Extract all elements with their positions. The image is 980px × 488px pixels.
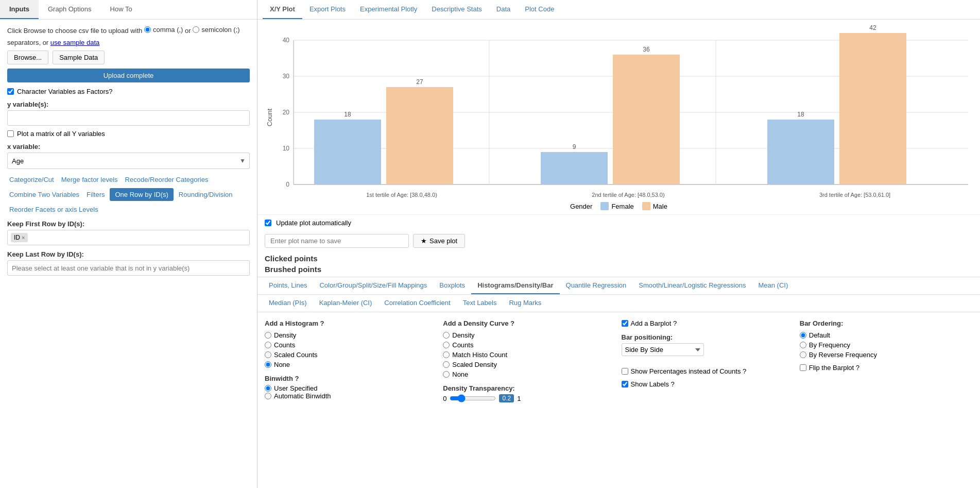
density-none-radio[interactable]	[443, 371, 450, 378]
combine-two-variables-link[interactable]: Combine Two Variables	[7, 189, 81, 200]
bar-g2-male	[613, 55, 680, 184]
keep-first-tag-close[interactable]: ×	[22, 234, 25, 241]
histo-scaled-radio[interactable]	[265, 351, 271, 358]
reorder-facets-link[interactable]: Reorder Facets or axis Levels	[7, 204, 100, 215]
show-pct-label[interactable]: Show Percentages instead of Counts ?	[622, 367, 795, 375]
tab-descriptive-stats[interactable]: Descriptive Stats	[424, 0, 489, 19]
browse-button[interactable]: Browse...	[7, 51, 48, 64]
separator-comma-radio[interactable]	[144, 26, 151, 33]
bar-g3-female	[767, 120, 834, 184]
legend-female-label: Female	[611, 203, 633, 210]
density-scaled-opt[interactable]: Scaled Density	[443, 361, 616, 368]
tab-xy-plot[interactable]: X/Y Plot	[263, 0, 302, 19]
svg-text:30: 30	[283, 73, 290, 80]
density-scaled-radio[interactable]	[443, 361, 450, 368]
density-transparency-value: 0.2	[499, 394, 514, 402]
y-variable-input[interactable]	[7, 110, 250, 126]
upload-complete-bar: Upload complete	[7, 69, 250, 82]
histo-none-opt[interactable]: None	[265, 361, 438, 368]
tab-graph-options[interactable]: Graph Options	[39, 0, 101, 19]
density-match-opt[interactable]: Match Histo Count	[443, 351, 616, 359]
use-sample-data-link[interactable]: use sample data	[50, 39, 99, 46]
sample-data-button[interactable]: Sample Data	[53, 51, 105, 64]
binwidth-auto-opt[interactable]: Automatic Binwidth	[265, 392, 438, 400]
tab-inputs[interactable]: Inputs	[0, 0, 39, 19]
histo-counts-radio[interactable]	[265, 342, 271, 348]
tab-text-labels[interactable]: Text Labels	[457, 295, 503, 312]
recode-reorder-link[interactable]: Recode/Reorder Categories	[123, 174, 211, 185]
tab-histograms[interactable]: Histograms/Density/Bar	[471, 277, 559, 294]
bar-order-freq-opt[interactable]: By Frequency	[800, 341, 973, 349]
histo-density-opt[interactable]: Density	[265, 331, 438, 339]
density-match-radio[interactable]	[443, 351, 450, 358]
show-pct-checkbox[interactable]	[622, 368, 628, 375]
tab-quantile-regression[interactable]: Quantile Regression	[560, 277, 633, 294]
density-transparency-slider[interactable]	[450, 394, 496, 402]
binwidth-user-opt[interactable]: User Specified	[265, 384, 438, 392]
tab-points-lines[interactable]: Points, Lines	[263, 277, 313, 294]
merge-factor-levels-link[interactable]: Merge factor levels	[59, 174, 120, 185]
show-labels-checkbox[interactable]	[622, 381, 628, 388]
show-labels-label[interactable]: Show Labels ?	[622, 380, 795, 388]
flip-barplot-checkbox[interactable]	[800, 364, 806, 371]
save-plot-input[interactable]	[265, 234, 409, 248]
flip-barplot-label[interactable]: Flip the Barplot ?	[800, 364, 973, 372]
tab-smooth-regressions[interactable]: Smooth/Linear/Logistic Regressions	[632, 277, 752, 294]
histo-counts-opt[interactable]: Counts	[265, 341, 438, 349]
x-variable-select[interactable]: Age	[7, 153, 250, 169]
tab-how-to[interactable]: How To	[101, 0, 142, 19]
tab-boxplots[interactable]: Boxplots	[433, 277, 471, 294]
bar-order-rev-freq-radio[interactable]	[800, 351, 806, 358]
svg-text:2nd tertile of Age: [48.0,53.0: 2nd tertile of Age: [48.0,53.0)	[592, 192, 664, 198]
binwidth-auto-radio[interactable]	[265, 393, 271, 399]
separator-comma-label[interactable]: comma (,)	[144, 26, 183, 33]
bar-order-rev-freq-opt[interactable]: By Reverse Frequency	[800, 351, 973, 359]
tab-export-plots[interactable]: Export Plots	[302, 0, 353, 19]
bar-order-freq-radio[interactable]	[800, 342, 806, 348]
density-none-opt[interactable]: None	[443, 371, 616, 378]
density-counts-radio[interactable]	[443, 342, 450, 348]
histo-none-radio[interactable]	[265, 361, 271, 368]
plot-tab-bar: X/Y Plot Export Plots Experimental Plotl…	[257, 0, 980, 20]
tab-median-pis[interactable]: Median (PIs)	[263, 295, 313, 312]
density-col: Add a Density Curve ? Density Counts Mat…	[443, 319, 616, 402]
rounding-division-link[interactable]: Rounding/Division	[177, 189, 235, 200]
plot-matrix-checkbox[interactable]	[7, 130, 14, 137]
svg-text:40: 40	[283, 37, 290, 44]
legend-gender-label: Gender	[570, 203, 592, 210]
separator-semicolon-label[interactable]: semicolon (;)	[193, 26, 239, 33]
add-barplot-checkbox[interactable]	[622, 320, 628, 327]
plot-matrix-row: Plot a matrix of all Y variables	[7, 130, 250, 138]
tab-plot-code[interactable]: Plot Code	[518, 0, 561, 19]
filters-link[interactable]: Filters	[84, 189, 107, 200]
bar-g3-male	[839, 33, 906, 184]
bar-order-default-radio[interactable]	[800, 332, 806, 339]
density-density-opt[interactable]: Density	[443, 331, 616, 339]
tab-color-group[interactable]: Color/Group/Split/Size/Fill Mappings	[313, 277, 433, 294]
tab-mean-ci[interactable]: Mean (CI)	[752, 277, 794, 294]
categorize-cut-link[interactable]: Categorize/Cut	[7, 174, 56, 185]
histo-scaled-opt[interactable]: Scaled Counts	[265, 351, 438, 359]
flip-barplot-row: Flip the Barplot ?	[800, 364, 973, 372]
tab-data[interactable]: Data	[489, 0, 518, 19]
tab-kaplan-meier[interactable]: Kaplan-Meier (CI)	[313, 295, 379, 312]
binwidth-user-radio[interactable]	[265, 385, 271, 392]
plot-matrix-label: Plot a matrix of all Y variables	[17, 130, 105, 138]
keep-first-input[interactable]: ID ×	[7, 230, 250, 245]
char-vars-checkbox[interactable]	[7, 88, 14, 95]
density-transparency-row: 0 0.2 1	[443, 394, 616, 402]
bar-order-default-opt[interactable]: Default	[800, 331, 973, 339]
histo-density-radio[interactable]	[265, 332, 271, 339]
tab-experimental-plotly[interactable]: Experimental Plotly	[353, 0, 424, 19]
density-counts-opt[interactable]: Counts	[443, 341, 616, 349]
density-density-radio[interactable]	[443, 332, 450, 339]
update-plot-checkbox[interactable]	[265, 220, 271, 226]
separator-semicolon-radio[interactable]	[193, 26, 199, 33]
keep-last-input[interactable]	[7, 260, 250, 276]
save-plot-button[interactable]: ★ Save plot	[413, 234, 465, 248]
one-row-by-id-button[interactable]: One Row by ID(s)	[110, 188, 173, 201]
bar-positioning-select[interactable]: Side By Side Stacked Fill	[622, 343, 704, 356]
tab-correlation[interactable]: Correlation Coefficient	[378, 295, 456, 312]
tab-rug-marks[interactable]: Rug Marks	[503, 295, 547, 312]
update-plot-row[interactable]: Update plot automatically	[265, 219, 351, 227]
